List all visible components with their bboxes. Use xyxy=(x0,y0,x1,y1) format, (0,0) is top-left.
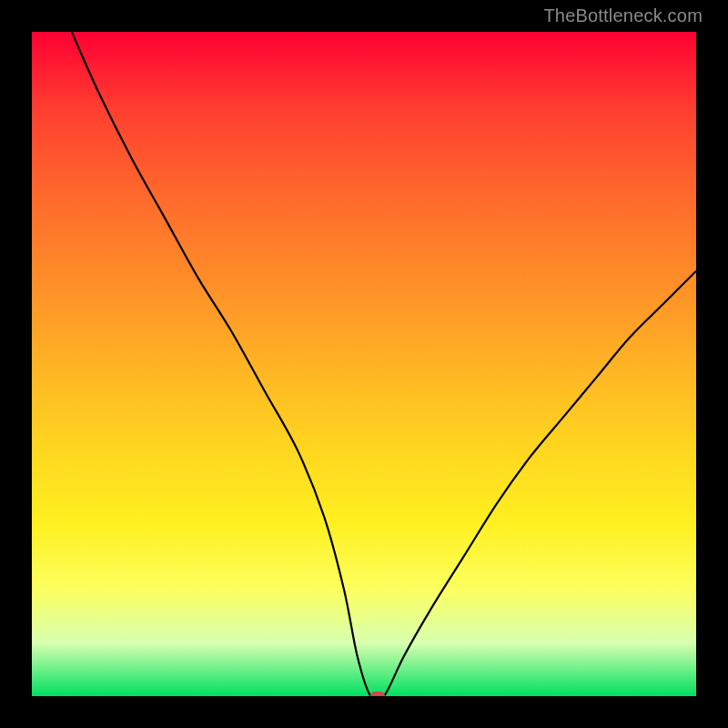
curve-layer xyxy=(32,32,696,696)
bottleneck-point-marker xyxy=(370,692,385,696)
bottleneck-curve xyxy=(72,32,696,696)
plot-area xyxy=(32,32,696,696)
watermark-text: TheBottleneck.com xyxy=(543,5,703,26)
chart-stage: TheBottleneck.com xyxy=(0,0,728,728)
